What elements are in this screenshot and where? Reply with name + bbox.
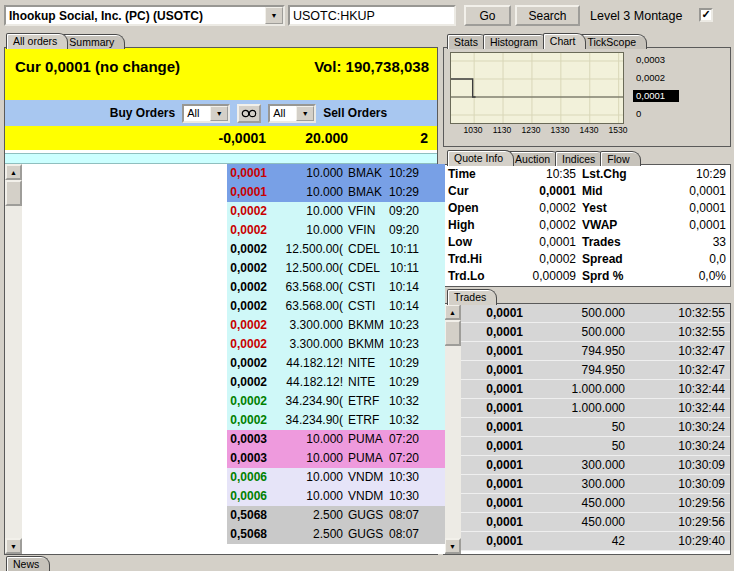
chart-panel: 1030 1130 1230 1330 1430 1530 0,0003 0,0… [443,47,731,147]
search-button[interactable]: Search [515,5,580,26]
trade-row[interactable]: 0,0001 500.000 10:32:55 [461,304,730,323]
order-row[interactable]: 0,0003 10.000 PUMA 07:20 [22,449,445,468]
quote-value: 0,0001 [498,234,576,251]
scroll-up-button[interactable]: ▲ [444,304,461,320]
chart-tab-bar: Stats Histogram Chart TickScope [447,33,641,49]
sell-filter-arrow-button[interactable]: ▼ [296,106,314,121]
trades-list: 0,0001 500.000 10:32:55 0,0001 500.000 1… [461,304,730,554]
tab-tickscope[interactable]: TickScope [580,34,647,49]
order-row[interactable]: 0,0002 10.000 VFIN 09:20 [22,202,445,221]
order-row[interactable]: 0,5068 2.500 GUGS 08:07 [22,525,445,544]
orders-tab-bar: All orders Summary [6,33,119,49]
order-row[interactable]: 0,0002 44.182.12! NITE 10:29 [22,373,445,392]
sell-filter-select[interactable]: All ▼ [268,104,316,123]
trade-row[interactable]: 0,0001 50 10:30:24 [461,418,730,437]
order-market-maker: GUGS [343,525,389,544]
order-size: 10.000 [267,164,343,183]
scroll-down-button[interactable]: ▼ [444,538,461,554]
quote-label: Mid [576,183,640,200]
order-row[interactable]: 0,0001 10.000 BMAK 10:29 [22,183,445,202]
buy-orders-label: Buy Orders [110,106,175,120]
symbol-input[interactable] [288,5,456,26]
buy-filter-arrow-button[interactable]: ▼ [210,106,228,121]
trade-size: 794.950 [523,342,625,361]
sell-order-cells: 0,5068 2.500 GUGS 08:07 [227,525,445,544]
tab-quote-info[interactable]: Quote Info [447,150,514,166]
order-row[interactable]: 0,0002 34.234.90( ETRF 10:32 [22,411,445,430]
chevron-down-icon: ▼ [216,110,223,117]
trade-price: 0,0001 [461,304,523,323]
order-row[interactable]: 0,0002 63.568.00( CSTI 10:14 [22,297,445,316]
order-time: 08:07 [389,506,445,525]
order-row[interactable]: 0,0006 10.000 VNDM 10:30 [22,487,445,506]
tab-flow[interactable]: Flow [600,151,640,166]
trade-row[interactable]: 0,0001 1.000.000 10:32:44 [461,399,730,418]
order-price: 0,0001 [227,183,267,202]
order-row[interactable]: 0,0002 3.300.000 BKMM 10:23 [22,335,445,354]
trade-row[interactable]: 0,0001 42 10:29:40 [461,532,730,551]
order-row[interactable]: 0,0003 10.000 PUMA 07:20 [22,430,445,449]
order-row[interactable]: 0,0006 10.000 VNDM 10:30 [22,468,445,487]
order-row[interactable]: 0,0002 63.568.00( CSTI 10:14 [22,278,445,297]
order-row[interactable]: 0,0002 34.234.90( ETRF 10:32 [22,392,445,411]
quote-label: Yest [576,200,640,217]
trade-row[interactable]: 0,0001 450.000 10:29:56 [461,494,730,513]
order-row[interactable]: 0,5068 2.500 GUGS 08:07 [22,506,445,525]
trade-row[interactable]: 0,0001 794.950 10:32:47 [461,342,730,361]
order-row[interactable]: 0,0001 10.000 BMAK 10:29 [22,164,445,183]
trade-time: 10:32:47 [625,342,730,361]
scroll-down-button[interactable]: ▼ [5,538,22,554]
trade-time: 10:32:47 [625,361,730,380]
sell-order-cells: 0,0002 3.300.000 BKMM 10:23 [227,316,445,335]
tab-trades[interactable]: Trades [447,289,497,305]
trade-row[interactable]: 0,0001 1.000.000 10:32:44 [461,380,730,399]
trade-row[interactable]: 0,0001 450.000 10:29:56 [461,513,730,532]
trade-row[interactable]: 0,0001 300.000 10:30:09 [461,475,730,494]
montage-checkbox[interactable]: ✓ [699,8,713,22]
order-size: 63.568.00( [267,278,343,297]
x-tick-label: 1030 [461,125,485,135]
symbol-select[interactable]: Ihookup Social, Inc. (PC) (USOTC) ▼ [4,5,285,26]
trade-row[interactable]: 0,0001 50 10:30:24 [461,437,730,456]
link-filters-button[interactable] [237,104,261,123]
order-row[interactable]: 0,0002 12.500.00( CDEL 10:11 [22,259,445,278]
order-row[interactable]: 0,0002 44.182.12! NITE 10:29 [22,354,445,373]
tab-summary[interactable]: Summary [62,34,125,49]
tab-all-orders[interactable]: All orders [6,33,68,49]
quote-value: 0,0002 [498,200,576,217]
symbol-select-arrow-button[interactable]: ▼ [265,7,283,24]
tab-auction[interactable]: Auction [508,151,561,166]
scrollbar-thumb[interactable] [5,180,22,206]
sell-order-cells: 0,0001 10.000 BMAK 10:29 [227,183,445,202]
quote-label: Sprd % [576,268,640,285]
buy-filter-value: All [184,107,210,119]
buy-filter-select[interactable]: All ▼ [182,104,230,123]
buy-side-empty [22,335,227,354]
order-row[interactable]: 0,0002 12.500.00( CDEL 10:11 [22,240,445,259]
tab-chart[interactable]: Chart [543,33,587,49]
tab-histogram[interactable]: Histogram [483,34,549,49]
trade-row[interactable]: 0,0001 794.950 10:32:47 [461,361,730,380]
order-time: 10:11 [389,240,445,259]
order-time: 10:29 [389,373,445,392]
trade-time: 10:30:09 [625,475,730,494]
trades-scrollbar[interactable]: ▲ ▼ [444,304,461,554]
quote-info-panel: Time 10:35 Lst.Chg 10:29 Cur 0,0001 Mid … [443,164,731,287]
trade-time: 10:29:56 [625,513,730,532]
tab-news[interactable]: News [6,556,50,571]
order-size: 44.182.12! [267,354,343,373]
go-button[interactable]: Go [464,5,511,26]
scrollbar-track[interactable] [444,320,461,538]
symbol-select-value: Ihookup Social, Inc. (PC) (USOTC) [6,9,265,23]
scroll-up-button[interactable]: ▲ [5,164,22,180]
trade-price: 0,0001 [461,418,523,437]
trade-row[interactable]: 0,0001 500.000 10:32:55 [461,323,730,342]
scrollbar-track[interactable] [5,180,22,538]
tab-indices[interactable]: Indices [555,151,606,166]
order-row[interactable]: 0,0002 3.300.000 BKMM 10:23 [22,316,445,335]
order-price: 0,0002 [227,278,267,297]
trade-row[interactable]: 0,0001 300.000 10:30:09 [461,456,730,475]
orders-scrollbar[interactable]: ▲ ▼ [5,164,22,554]
scrollbar-thumb[interactable] [444,320,461,346]
order-row[interactable]: 0,0002 10.000 VFIN 09:20 [22,221,445,240]
